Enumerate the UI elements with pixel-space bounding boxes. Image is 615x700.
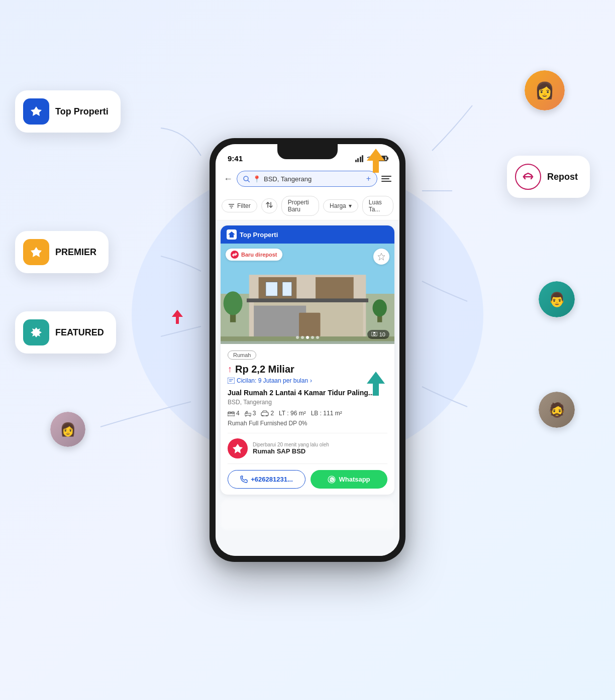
- search-icon: [243, 176, 250, 182]
- add-location-button[interactable]: +: [366, 174, 371, 183]
- svg-rect-23: [247, 298, 368, 302]
- harga-filter[interactable]: Harga ▾: [323, 199, 358, 212]
- new-badge-text: Baru direpost: [241, 252, 277, 258]
- bedroom-count: 4: [236, 410, 240, 417]
- repost-icon: [521, 170, 535, 184]
- svg-line-6: [248, 180, 250, 182]
- bath-icon: [245, 410, 251, 417]
- svg-marker-4: [172, 310, 183, 324]
- featured-label: FEATURED: [55, 327, 104, 338]
- call-button-text: +626281231...: [251, 476, 293, 483]
- harga-label: Harga: [330, 202, 346, 209]
- property-location: BSD, Tangerang: [228, 399, 387, 406]
- whatsapp-button-text: Whatsapp: [339, 476, 370, 483]
- svg-marker-29: [378, 253, 385, 260]
- favorite-button[interactable]: [373, 249, 389, 265]
- yellow-arrow: [367, 149, 385, 175]
- cicilan-text: Cicilan: 9 Jutaan per bulan: [237, 377, 308, 384]
- svg-marker-12: [228, 231, 235, 238]
- top-properti-label: Top Properti: [55, 106, 109, 117]
- luas-filter[interactable]: Luas Ta...: [362, 196, 393, 216]
- svg-rect-41: [245, 413, 251, 415]
- new-badge: Baru direpost: [226, 249, 282, 261]
- top-properti-card-icon: [227, 229, 237, 240]
- bathroom-count: 3: [253, 410, 256, 417]
- camera-icon: [371, 332, 377, 337]
- filter-button[interactable]: Filter: [222, 199, 257, 212]
- svg-marker-47: [233, 444, 243, 453]
- svg-rect-17: [316, 277, 354, 301]
- new-badge-dot: [231, 251, 239, 259]
- repost-badge: Repost: [507, 156, 590, 198]
- svg-marker-3: [367, 372, 385, 396]
- price-trend-icon: ↑: [228, 364, 232, 375]
- card-header-label: Top Properti: [240, 231, 278, 239]
- harga-chevron: ▾: [349, 202, 352, 209]
- repost-small-icon: [232, 252, 237, 257]
- star-icon: [377, 253, 385, 261]
- back-button[interactable]: ←: [224, 174, 233, 184]
- properti-baru-label: Properti Baru: [288, 199, 313, 213]
- svg-point-31: [373, 333, 375, 335]
- properti-baru-filter[interactable]: Properti Baru: [281, 196, 319, 216]
- property-specs: 4 3: [228, 410, 387, 417]
- svg-marker-0: [31, 106, 42, 116]
- price-arrow-indicator: [172, 310, 183, 326]
- garage-spec: 2: [261, 410, 274, 417]
- agent-updated-text: Diperbarui 20 menit yang lalu oleh: [253, 442, 387, 447]
- filter-icon: [228, 203, 235, 209]
- featured-icon: [29, 325, 44, 340]
- phone-container: 9:41: [210, 138, 405, 562]
- agent-avatar: [228, 438, 248, 458]
- svg-rect-33: [228, 378, 235, 384]
- search-input-wrap[interactable]: 📍 BSD, Tangerang +: [237, 171, 377, 187]
- svg-rect-22: [299, 313, 321, 336]
- photo-count: 10: [367, 330, 389, 339]
- user-avatar-4: 👩: [50, 412, 85, 447]
- bottom-card-hint: [221, 500, 394, 530]
- price-value: Rp 2,2 Miliar: [235, 364, 294, 375]
- whatsapp-icon: [328, 476, 336, 484]
- svg-marker-1: [31, 247, 42, 257]
- menu-button[interactable]: [381, 176, 391, 182]
- filter-bar: Filter Properti Baru Harga ▾: [216, 192, 399, 220]
- building-area: LB : 111 m²: [311, 410, 342, 417]
- land-area: LT : 96 m²: [279, 410, 306, 417]
- agent-logo-icon: [232, 443, 243, 454]
- property-info: Rumah ↑ Rp 2,2 Miliar Cicilan: 9 Jut: [221, 344, 394, 495]
- svg-rect-32: [373, 332, 375, 333]
- filter-label: Filter: [237, 202, 251, 209]
- cicilan-arrow: ›: [310, 377, 312, 384]
- agent-name: Rumah SAP BSD: [253, 447, 387, 455]
- status-time: 9:41: [228, 154, 243, 163]
- svg-rect-36: [228, 413, 235, 416]
- garage-count: 2: [270, 410, 274, 417]
- dot-1: [296, 336, 299, 339]
- user-avatar-1: 👩: [525, 70, 565, 110]
- property-description: Rumah Full Furnished DP 0%: [228, 420, 387, 427]
- user-avatar-2: 👨: [539, 281, 575, 317]
- image-dots: [296, 336, 319, 339]
- bed-icon: [228, 411, 235, 416]
- svg-point-45: [262, 415, 264, 417]
- dot-5: [316, 336, 319, 339]
- card-header: Top Properti: [221, 225, 394, 244]
- dot-4: [311, 336, 314, 339]
- property-title: Jual Rumah 2 Lantai 4 Kamar Tidur Paling…: [228, 388, 387, 397]
- svg-rect-21: [254, 306, 306, 336]
- cicilan-link[interactable]: Cicilan: 9 Jutaan per bulan ›: [228, 377, 387, 384]
- photo-count-text: 10: [379, 331, 385, 337]
- user-avatar-3: 🧔: [539, 392, 575, 428]
- call-button[interactable]: +626281231...: [228, 470, 305, 489]
- sort-button[interactable]: [261, 198, 277, 213]
- cicilan-icon: [228, 378, 235, 384]
- dot-2: [301, 336, 304, 339]
- svg-point-25: [224, 291, 243, 315]
- agent-row: Diperbarui 20 menit yang lalu oleh Rumah…: [228, 433, 387, 464]
- top-properti-icon: [29, 104, 43, 119]
- sort-icon: [266, 201, 273, 208]
- whatsapp-button[interactable]: Whatsapp: [311, 470, 387, 489]
- agent-info: Diperbarui 20 menit yang lalu oleh Rumah…: [253, 442, 387, 455]
- bedroom-spec: 4: [228, 410, 240, 417]
- top-properti-badge: Top Properti: [15, 90, 121, 133]
